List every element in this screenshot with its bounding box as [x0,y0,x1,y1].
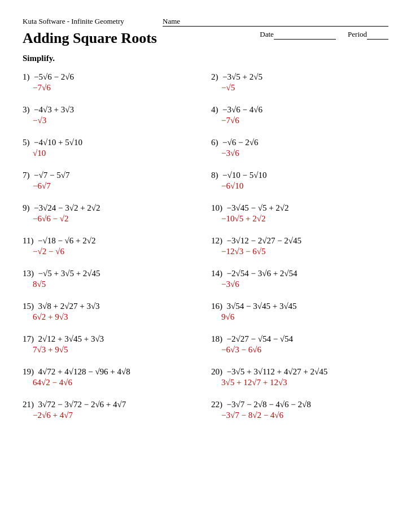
problem-item: 12) −3√12 − 2√27 − 2√45 −12√3 − 6√5 [206,233,388,265]
problem-answer: 7√3 + 9√5 [23,345,200,355]
problem-question: 4) −3√6 − 4√6 [211,105,388,115]
instruction: Simplify. [23,54,388,63]
period-label: Period [348,30,367,38]
problem-number: 3) [23,105,30,114]
problem-item: 7) −√7 − 5√7 −6√7 [23,167,206,200]
problem-answer: −6√10 [211,181,388,191]
problem-number: 11) [23,236,33,245]
problem-number: 2) [211,72,218,81]
problem-answer: −3√7 − 8√2 − 4√6 [211,411,388,420]
problem-number: 22) [211,400,222,409]
problem-item: 13) −√5 + 3√5 + 2√45 8√5 [23,265,206,298]
problem-answer: 6√2 + 9√3 [23,312,200,322]
problem-answer: 8√5 [23,280,200,289]
problem-number: 8) [211,171,218,180]
problem-answer: −7√6 [211,116,388,125]
problems-grid: 1) −5√6 − 2√6 −7√6 2) −3√5 + 2√5 −√5 3) … [23,69,388,429]
problem-answer: −√5 [211,83,388,93]
problem-answer: −6√6 − √2 [23,214,200,224]
problem-question: 14) −2√54 − 3√6 + 2√54 [211,269,388,278]
problem-item: 9) −3√24 − 3√2 + 2√2 −6√6 − √2 [23,200,206,233]
problem-question: 15) 3√8 + 2√27 + 3√3 [23,302,200,311]
problem-item: 8) −√10 − 5√10 −6√10 [206,167,388,200]
problem-item: 10) −3√45 − √5 + 2√2 −10√5 + 2√2 [206,200,388,233]
problem-number: 18) [211,334,222,343]
problem-question: 20) −3√5 + 3√112 + 4√27 + 2√45 [211,367,388,377]
problem-number: 5) [23,138,30,147]
problem-answer: −10√5 + 2√2 [211,214,388,224]
problem-question: 11) −√18 − √6 + 2√2 [23,236,200,246]
problem-answer: −6√3 − 6√6 [211,345,388,355]
problem-question: 1) −5√6 − 2√6 [23,72,200,82]
problem-question: 12) −3√12 − 2√27 − 2√45 [211,236,388,246]
date-label: Date [260,30,274,38]
problem-number: 10) [211,203,222,212]
date-period-line: Date Period [260,30,388,40]
name-line: Name [163,17,388,27]
problem-item: 20) −3√5 + 3√112 + 4√27 + 2√45 3√5 + 12√… [206,364,388,396]
problem-item: 11) −√18 − √6 + 2√2 −√2 − √6 [23,233,206,265]
problem-question: 5) −4√10 + 5√10 [23,138,200,147]
problem-item: 1) −5√6 − 2√6 −7√6 [23,69,206,102]
problem-question: 8) −√10 − 5√10 [211,171,388,180]
problem-item: 22) −3√7 − 2√8 − 4√6 − 2√8 −3√7 − 8√2 − … [206,396,388,429]
problem-question: 3) −4√3 + 3√3 [23,105,200,115]
problem-item: 15) 3√8 + 2√27 + 3√3 6√2 + 9√3 [23,298,206,331]
problem-question: 6) −√6 − 2√6 [211,138,388,147]
problem-item: 4) −3√6 − 4√6 −7√6 [206,102,388,134]
page-title: Adding Square Roots [23,30,157,47]
software-label: Kuta Software - Infinite Geometry [23,17,124,26]
problem-number: 19) [23,367,34,376]
problem-number: 16) [211,302,222,311]
problem-answer: −3√6 [211,280,388,289]
problem-question: 17) 2√12 + 3√45 + 3√3 [23,334,200,344]
problem-item: 2) −3√5 + 2√5 −√5 [206,69,388,102]
problem-number: 4) [211,105,218,114]
problem-number: 17) [23,334,34,343]
problem-number: 6) [211,138,218,147]
problem-item: 19) 4√72 + 4√128 − √96 + 4√8 64√2 − 4√6 [23,364,206,396]
problem-number: 7) [23,171,30,180]
problem-answer: −√2 − √6 [23,247,200,256]
problem-number: 13) [23,269,34,278]
problem-answer: −3√6 [211,149,388,158]
problem-number: 12) [211,236,222,245]
problem-answer: −7√6 [23,83,200,93]
problem-answer: 64√2 − 4√6 [23,378,200,387]
problem-question: 2) −3√5 + 2√5 [211,72,388,82]
name-label: Name [163,17,276,27]
problem-question: 18) −2√27 − √54 − √54 [211,334,388,344]
problem-question: 13) −√5 + 3√5 + 2√45 [23,269,200,278]
problem-number: 15) [23,302,34,311]
problem-number: 9) [23,203,30,212]
problem-answer: 9√6 [211,312,388,322]
problem-question: 16) 3√54 − 3√45 + 3√45 [211,302,388,311]
problem-number: 20) [211,367,222,376]
problem-question: 22) −3√7 − 2√8 − 4√6 − 2√8 [211,400,388,409]
problem-answer: −6√7 [23,181,200,191]
problem-item: 14) −2√54 − 3√6 + 2√54 −3√6 [206,265,388,298]
problem-answer: −√3 [23,116,200,125]
problem-item: 5) −4√10 + 5√10 √10 [23,134,206,167]
problem-item: 21) 3√72 − 3√72 − 2√6 + 4√7 −2√6 + 4√7 [23,396,206,429]
problem-number: 1) [23,72,30,81]
problem-answer: −12√3 − 6√5 [211,247,388,256]
problem-item: 17) 2√12 + 3√45 + 3√3 7√3 + 9√5 [23,331,206,364]
problem-answer: 3√5 + 12√7 + 12√3 [211,378,388,387]
problem-question: 19) 4√72 + 4√128 − √96 + 4√8 [23,367,200,377]
problem-item: 3) −4√3 + 3√3 −√3 [23,102,206,134]
problem-item: 6) −√6 − 2√6 −3√6 [206,134,388,167]
problem-item: 18) −2√27 − √54 − √54 −6√3 − 6√6 [206,331,388,364]
problem-number: 21) [23,400,34,409]
problem-question: 7) −√7 − 5√7 [23,171,200,180]
problem-answer: −2√6 + 4√7 [23,411,200,420]
problem-question: 21) 3√72 − 3√72 − 2√6 + 4√7 [23,400,200,409]
problem-number: 14) [211,269,222,278]
problem-item: 16) 3√54 − 3√45 + 3√45 9√6 [206,298,388,331]
problem-question: 9) −3√24 − 3√2 + 2√2 [23,203,200,213]
problem-answer: √10 [23,149,200,158]
problem-question: 10) −3√45 − √5 + 2√2 [211,203,388,213]
header: Kuta Software - Infinite Geometry Name [23,17,388,27]
